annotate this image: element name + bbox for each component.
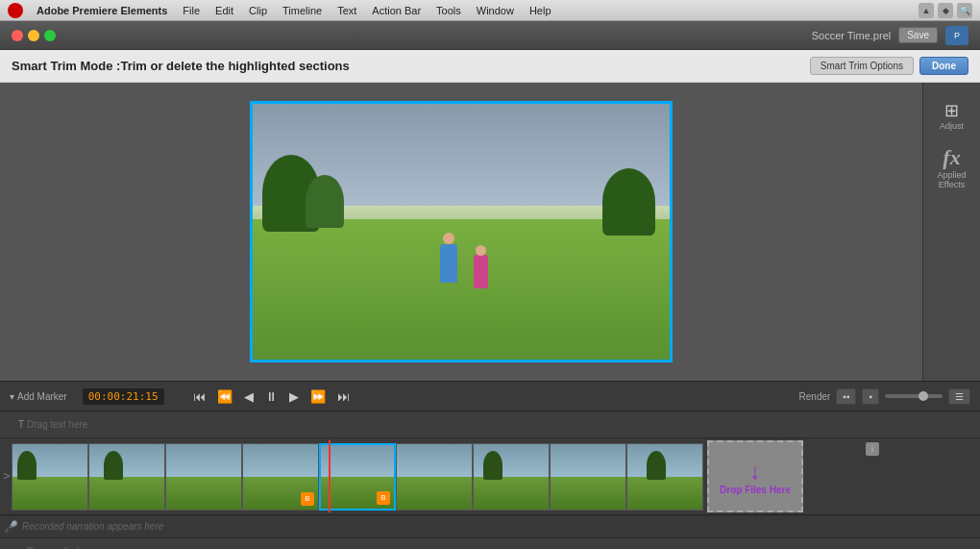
menu-tools[interactable]: Tools <box>430 0 467 21</box>
microphone-icon: 🎤 <box>4 520 18 534</box>
smart-trim-options-button[interactable]: Smart Trim Options <box>810 57 914 75</box>
menu-right-controls: ▲ ◆ 🔍 <box>919 3 972 18</box>
minimize-button[interactable] <box>28 30 39 41</box>
project-icon: P <box>945 26 968 45</box>
save-button[interactable]: Save <box>898 27 938 43</box>
menu-timeline[interactable]: Timeline <box>277 0 328 21</box>
menu-text[interactable]: Text <box>331 0 362 21</box>
render-section: Render ▪▪ ▪ ☰ <box>799 388 970 405</box>
search-icon[interactable]: 🔍 <box>957 3 972 18</box>
transport-controls: ⏮ ⏪ ◀ ⏸ ▶ ⏩ ⏭ <box>189 387 354 406</box>
drop-files-label: Drop Files Here <box>720 485 791 495</box>
right-panel: ⊞ Adjust fx Applied Effects <box>922 83 980 381</box>
title-bar: Soccer Time.prel Save P <box>0 21 980 50</box>
menu-file[interactable]: File <box>177 0 206 21</box>
transport-bar: ▾ Add Marker 00:00:21:15 ⏮ ⏪ ◀ ⏸ ▶ ⏩ ⏭ R… <box>0 381 980 412</box>
timecode-display: 00:00:21:15 <box>83 388 164 405</box>
render-slider[interactable] <box>885 394 943 398</box>
thumbnail-8[interactable] <box>550 443 626 511</box>
thumbnail-3[interactable] <box>165 443 242 511</box>
thumbnail-9[interactable] <box>626 443 703 511</box>
thumbnail-4[interactable]: B <box>242 443 319 511</box>
restore-icon[interactable]: ◆ <box>938 3 953 18</box>
menu-help[interactable]: Help <box>524 0 557 21</box>
drag-text-label: Drag text here <box>27 419 87 430</box>
video-tree-right <box>602 168 655 236</box>
render-settings-button[interactable]: ☰ <box>948 388 970 405</box>
smart-trim-title: Smart Trim Mode :Trim or delete the high… <box>12 59 350 73</box>
minimize-icon[interactable]: ▲ <box>919 3 934 18</box>
main-area: ⊞ Adjust fx Applied Effects <box>0 83 980 381</box>
video-person1 <box>440 244 457 283</box>
menu-action-bar[interactable]: Action Bar <box>366 0 427 21</box>
adjust-icon: ⊞ <box>944 102 959 119</box>
chevron-down-icon: ▾ <box>10 391 14 402</box>
video-track-row: V <box>0 438 980 515</box>
video-thumbnails: B B <box>12 440 980 512</box>
adjust-label: Adjust <box>940 121 964 131</box>
narration-label: Recorded narration appears here <box>22 521 163 532</box>
step-forward-button[interactable]: ⏩ <box>306 387 330 406</box>
app-name: Adobe Premiere Elements <box>31 5 173 16</box>
video-content <box>253 104 670 360</box>
render-slider-thumb <box>919 391 928 401</box>
timeline-area: T Drag text here V <box>0 412 980 549</box>
adjust-button[interactable]: ⊞ Adjust <box>928 92 976 140</box>
video-person2 <box>474 255 488 288</box>
frame-forward-button[interactable]: ▶ <box>285 387 303 406</box>
traffic-lights <box>12 30 56 41</box>
menu-clip[interactable]: Clip <box>243 0 273 21</box>
play-button[interactable]: ⏸ <box>261 387 282 406</box>
thumbnail-1[interactable] <box>12 443 88 511</box>
thumbnail-6[interactable] <box>396 443 473 511</box>
drag-audio-row: ♪ Drag audio here <box>0 538 980 549</box>
clip-icon-4: B <box>301 492 314 506</box>
clip-icon-5: B <box>377 491 390 505</box>
applied-effects-label: Applied Effects <box>928 170 976 189</box>
menu-bar: Adobe Premiere Elements File Edit Clip T… <box>0 0 980 21</box>
tracks-container: T Drag text here V <box>0 412 980 549</box>
video-ground <box>253 219 670 360</box>
project-filename: Soccer Time.prel <box>812 30 892 41</box>
drop-zone[interactable]: ↓ Drop Files Here <box>707 440 803 512</box>
video-frame <box>250 101 673 362</box>
app-logo <box>8 3 23 18</box>
maximize-button[interactable] <box>44 30 56 41</box>
thumbnail-2[interactable] <box>88 443 165 511</box>
applied-effects-button[interactable]: fx Applied Effects <box>928 144 976 192</box>
thumbnail-7[interactable] <box>473 443 550 511</box>
video-tree-left2 <box>306 175 344 228</box>
go-start-button[interactable]: ⏮ <box>189 387 209 406</box>
smart-trim-bar: Smart Trim Mode :Trim or delete the high… <box>0 50 980 83</box>
video-preview-area <box>0 83 922 381</box>
frame-back-button[interactable]: ◀ <box>240 387 257 406</box>
drop-arrow-icon: ↓ <box>749 458 761 485</box>
go-end-button[interactable]: ⏭ <box>333 387 354 406</box>
add-marker-button[interactable]: ▾ Add Marker <box>10 391 67 402</box>
add-marker-label: Add Marker <box>17 391 67 402</box>
playhead-line <box>329 440 331 512</box>
thumbnail-5[interactable]: B <box>319 443 396 511</box>
text-track-icon: T <box>15 419 27 430</box>
menu-window[interactable]: Window <box>471 0 520 21</box>
drag-text-row: T Drag text here <box>0 412 980 438</box>
render-options-button[interactable]: ▪ <box>862 388 879 405</box>
render-label: Render <box>799 391 831 402</box>
step-back-button[interactable]: ⏪ <box>213 387 236 406</box>
menu-edit[interactable]: Edit <box>209 0 239 21</box>
done-button[interactable]: Done <box>919 57 968 75</box>
close-button[interactable] <box>12 30 23 41</box>
video-track-label: V <box>0 473 12 479</box>
narration-row: 🎤 Recorded narration appears here <box>0 515 980 538</box>
fx-icon: fx <box>943 147 960 168</box>
info-icon: i <box>866 442 879 456</box>
render-button[interactable]: ▪▪ <box>836 388 856 405</box>
